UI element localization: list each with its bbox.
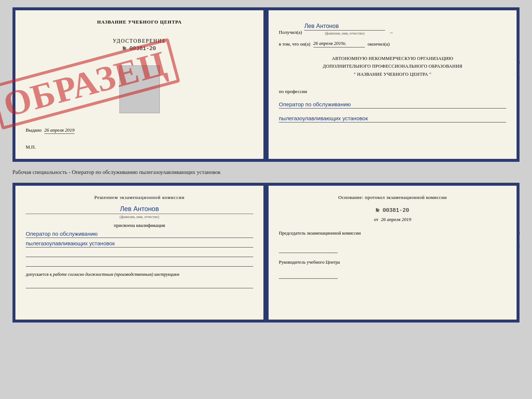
org-line2: ДОПОЛНИТЕЛЬНОГО ПРОФЕССИОНАЛЬНОГО ОБРАЗО…: [279, 63, 506, 70]
prisvoena-label: присвоена квалификация: [26, 222, 253, 228]
vydano-date: 26 апреля 2019: [44, 127, 75, 134]
photo-placeholder: [119, 65, 160, 113]
blank-line-2: [26, 259, 253, 267]
ot-date: от 26 апреля 2019: [279, 217, 506, 222]
chairman-label: Председатель экзаменационной комиссии: [279, 230, 506, 237]
person-name-bottom: Лев Антонов: [26, 205, 253, 213]
bottom-left-page: Решением экзаменационной комиссии Лев Ан…: [15, 186, 263, 320]
org-line3: " НАЗВАНИЕ УЧЕБНОГО ЦЕНТРА ": [279, 71, 506, 78]
bottom-divider: [263, 186, 269, 320]
bottom-certificate-spread: Решением экзаменационной комиссии Лев Ан…: [12, 183, 520, 323]
center-binding-top: [263, 10, 269, 159]
protocol-number-bottom: № 00381-20: [279, 207, 506, 214]
profession-line2-top: пылегазоулавливающих установок: [279, 115, 506, 122]
ot-label: от: [374, 217, 378, 222]
rukovoditel-label: Руководитель учебного Центра: [279, 259, 506, 266]
blank-line-1: [26, 250, 253, 257]
side-marks-bottom: – – – и а ← – – – –: [517, 186, 521, 320]
subtitle-text: Рабочая специальность - Оператор по обсл…: [12, 168, 520, 176]
date-value: 26 апреля 2019г.: [313, 40, 365, 47]
po-professii-label: по профессии: [279, 89, 506, 95]
poluchil-label: Получил(а): [279, 29, 302, 35]
org-block: АВТОНОМНУЮ НЕКОММЕРЧЕСКУЮ ОРГАНИЗАЦИЮ ДО…: [279, 55, 506, 78]
dopuskaetsya-block: допускается к работе согласно должностны…: [26, 272, 253, 277]
vydano-label: Выдано: [26, 127, 42, 133]
vtom-row: в том, что он(а) 26 апреля 2019г. окончи…: [279, 40, 506, 47]
right-side-marks-top: – – – и а ← – – – –: [517, 10, 521, 159]
profession-line1-top: Оператор по обслуживанию: [279, 101, 506, 108]
bottom-right-page: Основание: протокол экзаменационной коми…: [269, 186, 517, 320]
org-line1: АВТОНОМНУЮ НЕКОММЕРЧЕСКУЮ ОРГАНИЗАЦИЮ: [279, 55, 506, 63]
udostoverenie-title: УДОСТОВЕРЕНИЕ: [113, 38, 166, 44]
qualification-line2: пылегазоулавливающих установок: [26, 240, 253, 247]
dopuskaetsya-italic: работе согласно должностным (производств…: [53, 272, 179, 277]
top-right-page: Получил(а) Лев Антонов (фамилия, имя, от…: [269, 10, 517, 159]
okonchil-label: окончил(а): [368, 41, 390, 47]
udostoverenie-block: УДОСТОВЕРЕНИЕ № 00381-20: [113, 38, 166, 52]
fio-hint-top: (фамилия, имя, отчество): [304, 31, 385, 35]
poluchil-name-block: Лев Антонов (фамилия, имя, отчество): [304, 23, 385, 35]
vydano-line: Выдано 26 апреля 2019: [26, 127, 253, 133]
chairman-signature-line: [279, 246, 338, 253]
mp-line: М.П.: [26, 144, 253, 150]
vtom-label: в том, что он(а): [279, 41, 310, 47]
dopuskaetsya-label: допускается к: [26, 272, 52, 277]
rukovoditel-signature-line: [279, 271, 338, 279]
poluchil-name: Лев Антонов: [304, 23, 385, 31]
blank-line-3: [26, 281, 253, 288]
school-name-top: НАЗВАНИЕ УЧЕБНОГО ЦЕНТРА: [97, 19, 182, 25]
document-container: НАЗВАНИЕ УЧЕБНОГО ЦЕНТРА УДОСТОВЕРЕНИЕ №…: [12, 7, 520, 323]
top-left-page: НАЗВАНИЕ УЧЕБНОГО ЦЕНТРА УДОСТОВЕРЕНИЕ №…: [15, 10, 263, 159]
poluchil-row: Получил(а) Лев Антонов (фамилия, имя, от…: [279, 23, 506, 35]
qualification-line1: Оператор по обслуживанию: [26, 231, 253, 238]
osnovanie-title: Основание: протокол экзаменационной коми…: [279, 194, 506, 202]
udostoverenie-number: № 00381-20: [113, 46, 166, 52]
fio-hint-bottom: (фамилия, имя, отчество): [26, 214, 253, 219]
top-certificate-spread: НАЗВАНИЕ УЧЕБНОГО ЦЕНТРА УДОСТОВЕРЕНИЕ №…: [12, 7, 520, 162]
ot-date-value: 26 апреля 2019: [381, 217, 411, 222]
resolution-title: Решением экзаменационной комиссии: [26, 194, 253, 202]
